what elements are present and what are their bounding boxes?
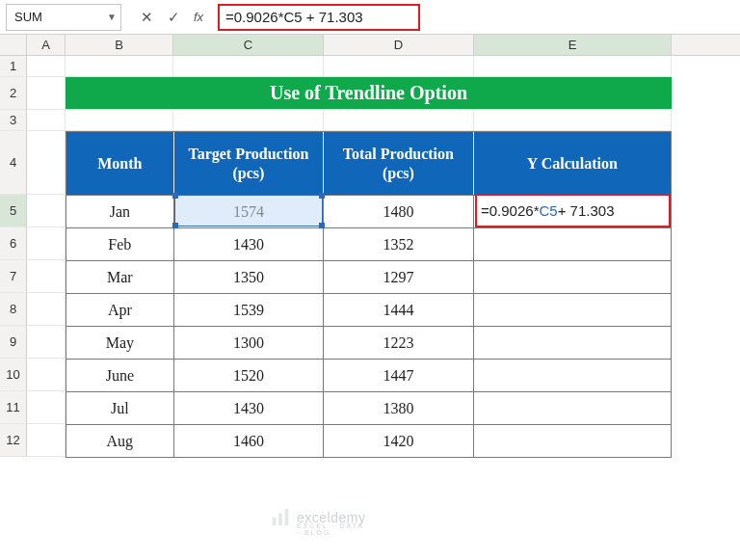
row-header[interactable]: 9 (0, 326, 27, 359)
cell-ycalc[interactable] (474, 293, 671, 326)
cell-target[interactable]: 1430 (174, 391, 325, 424)
cell[interactable] (27, 195, 66, 227)
table-row: Jul14301380 (66, 391, 671, 424)
row-header[interactable]: 4 (0, 131, 27, 195)
cell[interactable] (474, 110, 672, 131)
header-total: Total Production (pcs) (324, 132, 474, 195)
select-all-corner[interactable] (0, 35, 27, 55)
table-row: Apr15391444 (66, 293, 671, 326)
cell-month[interactable]: Jan (66, 195, 174, 227)
cell-total[interactable]: 1420 (324, 424, 474, 457)
cell-total[interactable]: 1352 (324, 227, 474, 260)
cell-target[interactable]: 1574 (174, 195, 325, 227)
row-header[interactable]: 2 (0, 77, 27, 110)
cell[interactable] (27, 56, 66, 77)
cell-total[interactable]: 1444 (324, 293, 474, 326)
table-row: May13001223 (66, 326, 671, 359)
cell[interactable] (27, 260, 66, 293)
column-headers: A B C D E (0, 35, 740, 56)
chart-icon (270, 507, 291, 528)
row-header[interactable]: 12 (0, 424, 27, 457)
cell-month[interactable]: Apr (66, 293, 174, 326)
cell-month[interactable]: Mar (66, 260, 174, 293)
cell[interactable] (27, 227, 66, 260)
svg-rect-0 (273, 518, 277, 525)
svg-rect-2 (285, 509, 289, 525)
cell[interactable] (173, 110, 324, 131)
cell-ycalc[interactable] (474, 391, 671, 424)
enter-icon[interactable]: ✓ (160, 4, 187, 31)
row-header[interactable]: 10 (0, 359, 27, 391)
cell-month[interactable]: Jul (66, 391, 174, 424)
name-box[interactable]: SUM ▼ (6, 4, 121, 31)
page-title: Use of Trendline Option (66, 77, 672, 110)
cell-ycalc[interactable] (474, 424, 671, 457)
row-header[interactable]: 5 (0, 195, 27, 227)
cell-target[interactable]: 1430 (174, 227, 325, 260)
header-target: Target Production (pcs) (174, 132, 325, 195)
cell-total[interactable]: 1480 (324, 195, 474, 227)
formula-bar: SUM ▼ ✕ ✓ fx =0.9026*C5 + 71.303 (0, 0, 740, 35)
table-row: Mar13501297 (66, 260, 671, 293)
formula-input[interactable]: =0.9026*C5 + 71.303 (218, 4, 420, 31)
cell-month[interactable]: May (66, 326, 174, 359)
cell-target[interactable]: 1300 (174, 326, 325, 359)
col-header-a[interactable]: A (27, 35, 66, 55)
row-header[interactable]: 11 (0, 391, 27, 424)
cell-total[interactable]: 1447 (324, 359, 474, 391)
row-header[interactable]: 1 (0, 56, 27, 77)
cell-ycalc[interactable] (474, 260, 671, 293)
col-header-e[interactable]: E (474, 35, 672, 55)
cell-target[interactable]: 1460 (174, 424, 325, 457)
cell[interactable] (27, 391, 66, 424)
watermark-tagline: EXCEL · DATA · BLOG (297, 522, 365, 536)
cell-target[interactable]: 1539 (174, 293, 325, 326)
cell[interactable] (27, 110, 66, 131)
watermark: exceldemy EXCEL · DATA · BLOG (270, 507, 365, 528)
cell-target[interactable]: 1350 (174, 260, 325, 293)
row-header[interactable]: 8 (0, 293, 27, 326)
row-header[interactable]: 6 (0, 227, 27, 260)
cell[interactable] (173, 56, 324, 77)
formula-prefix: =0.9026* (481, 202, 539, 219)
cell-month[interactable]: June (66, 359, 174, 391)
cell[interactable] (66, 56, 173, 77)
row-header[interactable]: 7 (0, 260, 27, 293)
cell-ycalc[interactable] (474, 326, 671, 359)
cell-ycalc[interactable] (474, 359, 671, 391)
col-header-b[interactable]: B (66, 35, 173, 55)
table-row: June15201447 (66, 359, 671, 391)
cell[interactable] (27, 424, 66, 457)
cell[interactable] (27, 359, 66, 391)
cell-target[interactable]: 1520 (174, 359, 325, 391)
cell-total[interactable]: 1223 (324, 326, 474, 359)
active-cell-edit[interactable]: =0.9026*C5 + 71.303 (475, 194, 671, 227)
cell[interactable] (27, 326, 66, 359)
cell[interactable] (474, 56, 672, 77)
cell-total[interactable]: 1297 (324, 260, 474, 293)
formula-text: =0.9026*C5 + 71.303 (225, 9, 363, 25)
cell[interactable] (324, 110, 474, 131)
table-row: Feb14301352 (66, 227, 671, 260)
fx-icon[interactable]: fx (187, 10, 210, 24)
cell-total[interactable]: 1380 (324, 391, 474, 424)
col-header-d[interactable]: D (324, 35, 474, 55)
grid: 1 2 3 4 5 6 (0, 56, 740, 457)
cell-ycalc[interactable] (474, 227, 671, 260)
cell[interactable] (66, 110, 173, 131)
cell[interactable] (27, 131, 66, 195)
cell-month[interactable]: Aug (66, 424, 174, 457)
cell[interactable] (27, 293, 66, 326)
formula-ref: C5 (539, 202, 557, 219)
data-table: Month Target Production (pcs) Total Prod… (66, 131, 672, 458)
dropdown-icon[interactable]: ▼ (107, 12, 117, 22)
watermark-brand: exceldemy (297, 510, 365, 525)
name-box-value: SUM (14, 10, 42, 24)
cancel-icon[interactable]: ✕ (133, 4, 160, 31)
cell-month[interactable]: Feb (66, 227, 174, 260)
col-header-c[interactable]: C (173, 35, 324, 55)
svg-rect-1 (278, 513, 282, 525)
cell[interactable] (324, 56, 474, 77)
cell[interactable] (27, 77, 66, 110)
row-header[interactable]: 3 (0, 110, 27, 131)
